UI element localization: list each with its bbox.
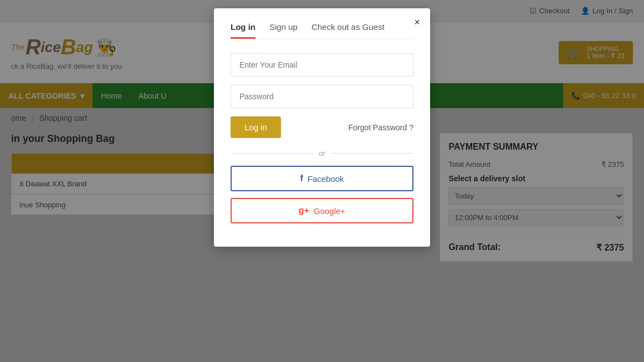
or-label: or [319, 149, 325, 157]
google-label: Google+ [314, 206, 345, 216]
facebook-icon: f [300, 174, 303, 183]
modal-close-button[interactable]: × [414, 17, 420, 28]
or-line-right [331, 153, 413, 154]
google-login-button[interactable]: g+ Google+ [231, 198, 413, 223]
login-modal: × Log in Sign up Check out as Guest Log … [214, 8, 430, 247]
facebook-label: Facebook [308, 174, 344, 183]
tab-guest[interactable]: Check out as Guest [311, 22, 385, 39]
modal-tabs: Log in Sign up Check out as Guest [231, 22, 413, 39]
facebook-login-button[interactable]: f Facebook [231, 166, 413, 191]
password-field[interactable] [231, 85, 413, 108]
login-button[interactable]: Log in [231, 116, 281, 138]
email-field[interactable] [231, 53, 413, 77]
modal-actions: Log in Forgot Password ? [231, 116, 413, 138]
forgot-password-link[interactable]: Forgot Password ? [349, 123, 414, 132]
google-icon: g+ [299, 206, 309, 216]
or-line-left [231, 153, 313, 154]
tab-login[interactable]: Log in [231, 22, 255, 39]
or-divider: or [231, 149, 413, 157]
tab-signup[interactable]: Sign up [269, 22, 298, 39]
